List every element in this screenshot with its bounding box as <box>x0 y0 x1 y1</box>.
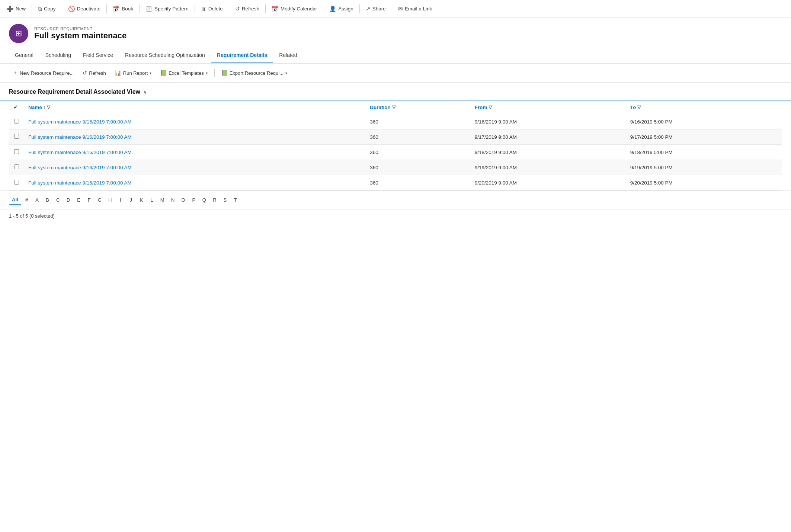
tab-field-service[interactable]: Field Service <box>77 48 119 63</box>
new-button[interactable]: ➕New <box>3 3 29 15</box>
page-letter-d[interactable]: D <box>64 196 73 204</box>
page-letter-b[interactable]: B <box>43 196 52 204</box>
tab-related[interactable]: Related <box>273 48 303 63</box>
name-column-header[interactable]: Name ↑ ▽ <box>24 100 365 114</box>
page-letter-k[interactable]: K <box>137 196 146 204</box>
status-text: 1 - 5 of 5 (0 selected) <box>9 213 55 219</box>
page-letter-i[interactable]: I <box>116 196 125 204</box>
row-checkbox-3[interactable] <box>9 160 24 175</box>
book-button[interactable]: 📅Book <box>109 3 137 15</box>
page-letter-q[interactable]: Q <box>199 196 209 204</box>
page-letter-h[interactable]: H <box>105 196 115 204</box>
table-row: Full system maintenace 9/16/2019 7:00:00… <box>9 114 782 129</box>
share-label: Share <box>372 6 386 12</box>
row-checkbox-4[interactable] <box>9 175 24 190</box>
run-report-icon: 📊 <box>115 70 121 76</box>
row-to-0: 9/16/2019 5:00 PM <box>626 114 782 129</box>
excel-chevron: ▾ <box>206 71 208 75</box>
deactivate-label: Deactivate <box>77 6 101 12</box>
toolbar-divider-2 <box>106 4 107 13</box>
deactivate-button[interactable]: 🚫Deactivate <box>64 3 105 15</box>
page-letter-g[interactable]: G <box>95 196 105 204</box>
tab-requirement-details[interactable]: Requirement Details <box>211 48 273 63</box>
book-icon: 📅 <box>113 6 120 12</box>
duration-column-header[interactable]: Duration ▽ <box>365 100 470 114</box>
plus-icon: ＋ <box>13 70 18 76</box>
run-report-label: Run Report <box>123 70 148 76</box>
row-name-link-1[interactable]: Full system maintenace 9/16/2019 7:00:00… <box>28 134 132 140</box>
page-letter-p[interactable]: P <box>189 196 199 204</box>
checkbox-0[interactable] <box>14 119 19 124</box>
row-name-link-2[interactable]: Full system maintenace 9/16/2019 7:00:00… <box>28 150 132 155</box>
duration-filter-icon[interactable]: ▽ <box>392 105 396 110</box>
pagination-bar: All#ABCDEFGHIJKLMNOPQRST <box>0 190 791 209</box>
specify-pattern-button[interactable]: 📋Specify Pattern <box>142 3 192 15</box>
page-letter-s[interactable]: S <box>220 196 230 204</box>
tab-rso[interactable]: Resource Scheduling Optimization <box>119 48 211 63</box>
page-letter-m[interactable]: M <box>157 196 167 204</box>
excel-templates-button[interactable]: 📗 Excel Templates ▾ <box>157 68 211 78</box>
export-button[interactable]: 📗 Export Resource Requi... ▾ <box>218 68 291 78</box>
from-column-header[interactable]: From ▽ <box>470 100 626 114</box>
row-checkbox-1[interactable] <box>9 129 24 145</box>
email-link-button[interactable]: ✉Email a Link <box>394 3 436 15</box>
modify-calendar-icon: 📅 <box>272 6 279 12</box>
select-all-column[interactable]: ✓ <box>9 100 24 114</box>
refresh-icon: ↺ <box>235 6 240 12</box>
refresh-button[interactable]: ↺Refresh <box>231 3 263 15</box>
row-from-1: 9/17/2019 9:00 AM <box>470 129 626 145</box>
row-name-3: Full system maintenace 9/16/2019 7:00:00… <box>24 160 365 175</box>
row-from-0: 9/16/2019 9:00 AM <box>470 114 626 129</box>
assign-button[interactable]: 👤Assign <box>326 3 357 15</box>
checkbox-1[interactable] <box>14 134 19 139</box>
name-sort-icon: ↑ <box>44 105 46 109</box>
copy-button[interactable]: ⧉Copy <box>34 3 60 15</box>
checkbox-2[interactable] <box>14 149 19 154</box>
row-to-3: 9/19/2019 5:00 PM <box>626 160 782 175</box>
checkbox-4[interactable] <box>14 180 19 185</box>
modify-calendar-button[interactable]: 📅Modify Calendar <box>268 3 321 15</box>
entity-type-label: RESOURCE REQUIREMENT <box>34 26 127 31</box>
page-letter-n[interactable]: N <box>168 196 178 204</box>
name-filter-icon[interactable]: ▽ <box>47 105 50 110</box>
page-letter-t[interactable]: T <box>231 196 240 204</box>
row-name-link-3[interactable]: Full system maintenace 9/16/2019 7:00:00… <box>28 165 132 170</box>
page-letter-f[interactable]: F <box>84 196 94 204</box>
copy-icon: ⧉ <box>38 6 42 12</box>
row-name-1: Full system maintenace 9/16/2019 7:00:00… <box>24 129 365 145</box>
sub-refresh-button[interactable]: ↺ Refresh <box>79 68 110 78</box>
sub-divider-1 <box>214 69 215 77</box>
row-name-link-0[interactable]: Full system maintenace 9/16/2019 7:00:00… <box>28 119 132 125</box>
row-name-link-4[interactable]: Full system maintenace 9/16/2019 7:00:00… <box>28 180 132 186</box>
excel-templates-label: Excel Templates <box>169 70 204 76</box>
row-to-2: 9/18/2019 5:00 PM <box>626 145 782 160</box>
delete-button[interactable]: 🗑Delete <box>197 3 227 14</box>
page-letter-l[interactable]: L <box>147 196 157 204</box>
toolbar-divider-6 <box>265 4 266 13</box>
share-icon: ↗ <box>366 6 371 12</box>
toolbar-divider-5 <box>229 4 229 13</box>
row-checkbox-2[interactable] <box>9 145 24 160</box>
to-column-header[interactable]: To ▽ <box>626 100 782 114</box>
row-checkbox-0[interactable] <box>9 114 24 129</box>
run-report-button[interactable]: 📊 Run Report ▾ <box>111 68 155 78</box>
page-letter-a[interactable]: A <box>32 196 42 204</box>
page-letter-all[interactable]: All <box>9 195 21 205</box>
tab-scheduling[interactable]: Scheduling <box>39 48 77 63</box>
checkbox-3[interactable] <box>14 164 19 169</box>
page-letter-o[interactable]: O <box>179 196 188 204</box>
page-letter-e[interactable]: E <box>74 196 84 204</box>
from-filter-icon[interactable]: ▽ <box>489 105 492 110</box>
table-row: Full system maintenace 9/16/2019 7:00:00… <box>9 145 782 160</box>
row-name-2: Full system maintenace 9/16/2019 7:00:00… <box>24 145 365 160</box>
tab-general[interactable]: General <box>9 48 39 63</box>
view-chevron-icon[interactable]: ∨ <box>143 89 147 95</box>
share-button[interactable]: ↗Share <box>362 3 390 15</box>
page-letter-r[interactable]: R <box>210 196 220 204</box>
page-letter-j[interactable]: J <box>126 196 136 204</box>
new-resource-label: New Resource Require... <box>20 70 74 76</box>
to-filter-icon[interactable]: ▽ <box>637 105 641 110</box>
page-letter-c[interactable]: C <box>53 196 63 204</box>
page-letter-#[interactable]: # <box>22 196 32 204</box>
new-resource-button[interactable]: ＋ New Resource Require... <box>9 67 77 78</box>
